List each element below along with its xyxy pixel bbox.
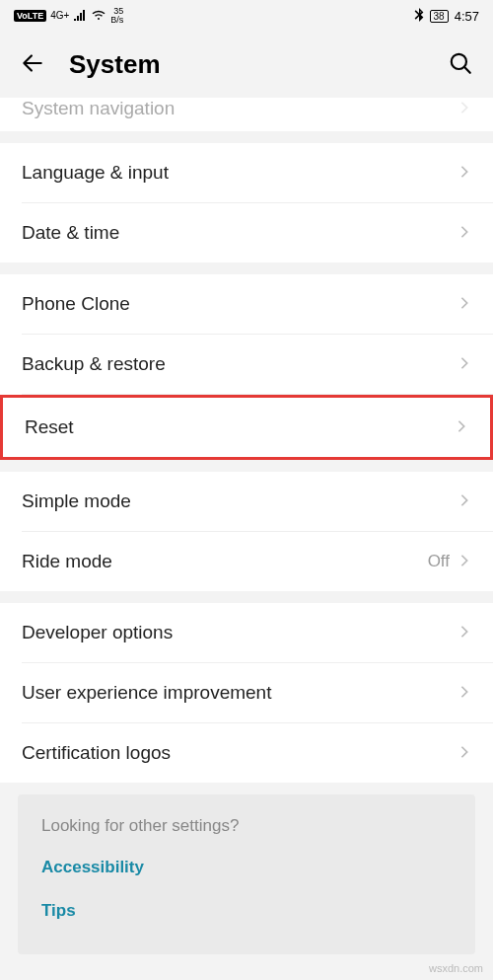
group-advanced: Developer options User experience improv… [0, 603, 493, 783]
group-locale: Language & input Date & time [0, 143, 493, 263]
wifi-icon [91, 9, 106, 24]
chevron-right-icon [458, 551, 471, 572]
chevron-right-icon [458, 353, 471, 375]
row-label: Simple mode [22, 490, 458, 512]
row-system-navigation[interactable]: System navigation [0, 98, 493, 131]
chevron-right-icon [458, 162, 471, 184]
row-label: Ride mode [22, 551, 428, 572]
row-language-input[interactable]: Language & input [0, 143, 493, 202]
group-data: Phone Clone Backup & restore Reset [0, 274, 493, 460]
other-settings-prompt: Looking for other settings? [41, 816, 452, 836]
data-speed: 35 B/s [110, 7, 123, 25]
signal-icon [73, 9, 87, 24]
battery-indicator: 38 [430, 10, 449, 23]
row-backup-restore[interactable]: Backup & restore [0, 335, 493, 394]
row-reset[interactable]: Reset [0, 395, 493, 460]
row-label: User experience improvement [22, 682, 458, 704]
chevron-right-icon [458, 682, 471, 704]
row-ride-mode[interactable]: Ride mode Off [0, 532, 493, 591]
status-left: VoLTE 4G+ 35 B/s [14, 7, 123, 25]
status-right: 38 4:57 [414, 8, 479, 25]
row-label: Backup & restore [22, 353, 458, 375]
other-settings-panel: Looking for other settings? Accessibilit… [18, 794, 475, 954]
chevron-right-icon [458, 98, 471, 119]
group-modes: Simple mode Ride mode Off [0, 472, 493, 591]
row-simple-mode[interactable]: Simple mode [0, 472, 493, 531]
row-phone-clone[interactable]: Phone Clone [0, 274, 493, 334]
volte-badge: VoLTE [14, 10, 46, 22]
search-icon[interactable] [448, 50, 473, 80]
row-label: Certification logos [22, 742, 458, 764]
header: System [0, 32, 493, 98]
link-tips[interactable]: Tips [41, 901, 452, 921]
row-ux-improvement[interactable]: User experience improvement [0, 663, 493, 722]
chevron-right-icon [455, 416, 468, 438]
row-developer-options[interactable]: Developer options [0, 603, 493, 662]
chevron-right-icon [458, 622, 471, 643]
row-date-time[interactable]: Date & time [0, 203, 493, 263]
row-label: Language & input [22, 162, 458, 184]
chevron-right-icon [458, 742, 471, 764]
chevron-right-icon [458, 222, 471, 244]
chevron-right-icon [458, 293, 471, 315]
row-certification-logos[interactable]: Certification logos [0, 723, 493, 783]
watermark: wsxdn.com [429, 962, 483, 974]
row-label: Phone Clone [22, 293, 458, 315]
network-indicator: 4G+ [50, 11, 69, 21]
clock: 4:57 [455, 9, 479, 24]
row-value: Off [428, 552, 450, 571]
row-label: System navigation [22, 98, 458, 119]
row-label: Date & time [22, 222, 458, 244]
chevron-right-icon [458, 490, 471, 512]
row-label: Reset [25, 416, 455, 438]
back-icon[interactable] [20, 50, 45, 80]
status-bar: VoLTE 4G+ 35 B/s 38 4:57 [0, 0, 493, 32]
row-label: Developer options [22, 622, 458, 643]
link-accessibility[interactable]: Accessibility [41, 858, 452, 877]
page-title: System [69, 49, 424, 80]
bluetooth-icon [414, 8, 424, 25]
